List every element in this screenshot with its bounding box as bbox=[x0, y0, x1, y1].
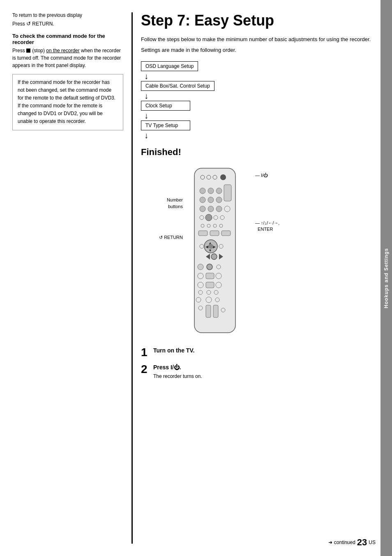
step-2: 2 Press I/⏻. The recorder turns on. bbox=[141, 363, 372, 380]
footer-arrow: ➜ bbox=[328, 540, 332, 545]
section2-title: To check the command mode for the record… bbox=[12, 33, 123, 45]
svg-rect-42 bbox=[206, 273, 214, 279]
svg-rect-25 bbox=[210, 231, 219, 236]
finished-label: Finished! bbox=[141, 147, 372, 158]
svg-point-10 bbox=[208, 197, 214, 203]
svg-point-36 bbox=[211, 254, 217, 259]
sidebar-text: Hookups and Settings bbox=[383, 248, 389, 308]
svg-point-5 bbox=[200, 188, 205, 194]
svg-rect-45 bbox=[206, 282, 214, 288]
svg-point-7 bbox=[216, 188, 222, 194]
svg-rect-8 bbox=[224, 185, 231, 201]
svg-point-14 bbox=[216, 206, 222, 212]
section1-body: Press ↺ RETURN. bbox=[12, 20, 123, 28]
svg-point-17 bbox=[205, 214, 212, 221]
steps-section: 1 Turn on the TV. 2 Press I/⏻. The recor… bbox=[141, 346, 372, 380]
svg-rect-55 bbox=[213, 305, 218, 317]
flow-arrow-2: ↓ bbox=[144, 91, 372, 101]
step-2-text: Press I/⏻. bbox=[153, 364, 181, 371]
svg-text:◀: ◀ bbox=[205, 245, 208, 249]
step-2-number: 2 bbox=[141, 363, 153, 376]
svg-point-9 bbox=[200, 197, 205, 203]
section1-title: To return to the previous display bbox=[12, 12, 123, 18]
intro-text-1: Follow the steps below to make the minim… bbox=[141, 35, 372, 44]
power-label: — I/⏻ bbox=[255, 172, 279, 178]
flow-box-osd: OSD Language Setup bbox=[141, 61, 198, 71]
intro-text-2: Settings are made in the following order… bbox=[141, 46, 372, 55]
svg-rect-54 bbox=[206, 305, 211, 317]
section2-body: Press (stop) on the recorder when the re… bbox=[12, 47, 123, 69]
return-label: ↺ RETURN bbox=[141, 234, 183, 241]
svg-text:▼: ▼ bbox=[208, 248, 212, 253]
svg-point-4 bbox=[220, 174, 226, 180]
svg-point-12 bbox=[200, 206, 205, 212]
step-1-text: Turn on the TV. bbox=[153, 346, 372, 355]
footer-region: US bbox=[369, 540, 376, 545]
sidebar-label: Hookups and Settings bbox=[380, 0, 392, 556]
step-1-number: 1 bbox=[141, 346, 153, 359]
step-title: Step 7: Easy Setup bbox=[141, 12, 372, 29]
flow-diagram: OSD Language Setup ↓ Cable Box/Sat. Cont… bbox=[141, 61, 372, 140]
flow-arrow-4: ↓ bbox=[144, 130, 372, 140]
flow-box-tv: TV Type Setup bbox=[141, 120, 190, 130]
svg-point-38 bbox=[198, 264, 203, 270]
svg-text:▶: ▶ bbox=[213, 245, 216, 249]
flow-box-clock: Clock Setup bbox=[141, 101, 190, 111]
remote-image: ▲ ◀ ▶ ▼ bbox=[186, 164, 252, 338]
svg-point-13 bbox=[208, 206, 214, 212]
svg-point-6 bbox=[208, 188, 214, 194]
svg-rect-26 bbox=[221, 231, 231, 236]
right-column: Step 7: Easy Setup Follow the steps belo… bbox=[131, 12, 372, 544]
footer-page: 23 bbox=[357, 537, 367, 548]
step-2-content: Press I/⏻. The recorder turns on. bbox=[153, 363, 372, 380]
remote-section: Numberbuttons ↺ RETURN bbox=[141, 164, 372, 338]
note-box: If the command mode for the recorder has… bbox=[12, 74, 123, 130]
stop-icon bbox=[26, 49, 30, 53]
svg-point-33 bbox=[208, 244, 213, 249]
left-column: To return to the previous display Press … bbox=[12, 12, 131, 544]
svg-point-39 bbox=[207, 264, 212, 270]
flow-box-cable: Cable Box/Sat. Control Setup bbox=[141, 81, 214, 91]
flow-arrow-1: ↓ bbox=[144, 71, 372, 81]
remote-labels-right: — I/⏻ — ↑/↓/←/→, ENTER bbox=[252, 164, 279, 244]
remote-labels-left: Numberbuttons ↺ RETURN bbox=[141, 164, 186, 241]
footer-continued: continued bbox=[334, 540, 355, 545]
footer: ➜ continued 23 US bbox=[328, 537, 376, 548]
svg-point-11 bbox=[216, 197, 222, 203]
svg-rect-24 bbox=[198, 231, 208, 236]
step-2-subtext: The recorder turns on. bbox=[153, 373, 202, 379]
step-1: 1 Turn on the TV. bbox=[141, 346, 372, 359]
number-buttons-label: Numberbuttons bbox=[141, 197, 183, 210]
flow-arrow-3: ↓ bbox=[144, 111, 372, 120]
nav-label: — ↑/↓/←/→, ENTER bbox=[255, 220, 279, 233]
